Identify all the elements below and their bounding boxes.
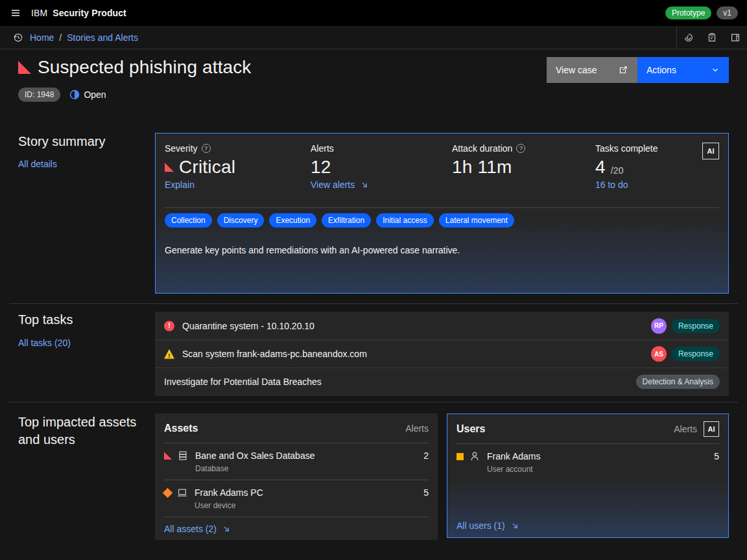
- error-status-icon: [164, 321, 174, 331]
- task-category-tag: Response: [672, 347, 720, 361]
- all-users-link[interactable]: All users (1): [456, 520, 519, 531]
- menu-icon[interactable]: [0, 0, 31, 26]
- attack-duration-value: 1h 11m: [452, 157, 512, 178]
- major-severity-icon: [163, 487, 173, 498]
- asset-row[interactable]: Frank Adams PC User device 5: [164, 480, 429, 516]
- task-title: Scan system frank-adams-pc.baneandox.com: [182, 349, 367, 359]
- critical-severity-icon: [18, 61, 31, 74]
- assets-card-header: Assets Alerts: [164, 414, 429, 443]
- breadcrumb-stories-and-alerts[interactable]: Stories and Alerts: [67, 32, 138, 43]
- tasks-complete-total: /20: [611, 165, 624, 176]
- laptop-icon: [176, 487, 188, 498]
- warning-status-icon: [164, 349, 174, 359]
- prototype-badge: Prototype: [665, 6, 711, 19]
- alerts-value: 12: [311, 157, 331, 178]
- card-divider: [165, 207, 719, 208]
- all-users-label: All users (1): [456, 520, 505, 531]
- ai-assistant-icon[interactable]: [677, 26, 700, 49]
- users-card-header: Users Alerts AI: [456, 414, 719, 444]
- breadcrumb-bar: Home / Stories and Alerts: [0, 26, 747, 49]
- alerts-column-label: Alerts: [674, 424, 697, 434]
- asset-type: Database: [195, 464, 314, 473]
- tag-execution[interactable]: Execution: [269, 213, 316, 228]
- alerts-column-label: Alerts: [405, 423, 429, 434]
- impacted-aside: Top impacted assets and users: [0, 402, 155, 449]
- asset-row[interactable]: Bane and Ox Sales Database Database 2: [164, 443, 429, 480]
- tag-lateral-movement[interactable]: Lateral movement: [439, 213, 514, 228]
- actions-button[interactable]: Actions: [637, 57, 729, 83]
- story-summary-aside: Story summary All details: [0, 117, 155, 170]
- breadcrumb-actions: [676, 26, 747, 49]
- header-badges: Prototype v1: [665, 6, 747, 19]
- app-window: IBM Security Product Prototype v1 Home /…: [0, 0, 747, 560]
- tasks-todo-link[interactable]: 16 to do: [595, 180, 628, 190]
- tasks-complete-label: Tasks complete: [595, 143, 658, 154]
- assets-title: Assets: [164, 423, 198, 434]
- all-assets-label: All assets (2): [164, 524, 217, 534]
- user-row[interactable]: Frank Adams User account 5: [456, 444, 719, 480]
- tag-initial-access[interactable]: Initial access: [376, 213, 434, 228]
- medium-severity-icon: [456, 453, 464, 460]
- severity-value: Critical: [179, 157, 235, 178]
- case-actions: View case Actions: [547, 57, 729, 83]
- side-panel-icon[interactable]: [724, 26, 747, 49]
- top-tasks-card: Quarantine system - 10.10.20.10 RP Respo…: [155, 312, 729, 396]
- metric-alerts: Alerts 12 View alerts: [311, 143, 452, 191]
- breadcrumb-home[interactable]: Home: [30, 32, 54, 43]
- top-tasks-heading: Top tasks: [18, 312, 155, 327]
- status-label: Open: [84, 89, 106, 100]
- all-tasks-link[interactable]: All tasks (20): [18, 338, 71, 348]
- help-icon[interactable]: [516, 144, 525, 153]
- tasks-complete-value: 4: [595, 157, 606, 178]
- arrow-down-right-icon: [360, 180, 369, 189]
- notes-clipboard-icon[interactable]: [700, 26, 724, 49]
- open-status-icon: [69, 89, 80, 100]
- view-case-button[interactable]: View case: [547, 57, 637, 83]
- task-title: Quarantine system - 10.10.20.10: [182, 321, 314, 331]
- tactic-tags: Collection Discovery Execution Exfiltrat…: [165, 213, 719, 228]
- assignee-avatar[interactable]: AS: [651, 346, 667, 362]
- app-title: IBM Security Product: [31, 8, 126, 18]
- launch-icon: [618, 65, 628, 75]
- users-title: Users: [456, 423, 485, 435]
- ai-narrative-text: Generate key points and remediations wit…: [165, 245, 719, 255]
- arrow-down-right-icon: [222, 524, 231, 533]
- case-meta-row: ID: 1948 Open: [18, 88, 106, 102]
- assignee-avatar[interactable]: RP: [651, 318, 667, 334]
- tag-exfiltration[interactable]: Exfiltration: [322, 213, 371, 228]
- all-assets-link[interactable]: All assets (2): [164, 524, 231, 534]
- critical-severity-icon: [164, 452, 172, 460]
- recently-viewed-icon[interactable]: [6, 26, 30, 49]
- version-badge: v1: [717, 6, 738, 19]
- chevron-down-icon: [711, 65, 720, 75]
- user-type: User account: [487, 465, 540, 474]
- task-category-tag: Detection & Analysis: [636, 375, 720, 389]
- metric-attack-duration: Attack duration 1h 11m: [452, 143, 595, 191]
- page-title: Suspected phishing attack: [38, 57, 251, 78]
- all-details-link[interactable]: All details: [18, 159, 57, 169]
- database-icon: [177, 450, 189, 461]
- task-row[interactable]: Investigate for Potential Data Breaches …: [155, 368, 729, 395]
- severity-label: Severity: [165, 143, 198, 154]
- ai-badge[interactable]: AI: [702, 143, 719, 159]
- asset-type: User device: [195, 501, 263, 510]
- case-id-badge: ID: 1948: [18, 88, 60, 102]
- arrow-down-right-icon: [510, 521, 519, 530]
- tag-collection[interactable]: Collection: [165, 213, 212, 228]
- help-icon[interactable]: [202, 144, 211, 153]
- asset-alert-count: 2: [423, 449, 429, 462]
- brand-prefix: IBM: [31, 8, 47, 18]
- metric-severity: Severity Critical Explain: [165, 143, 311, 191]
- asset-name: Frank Adams PC: [195, 486, 263, 499]
- ai-badge[interactable]: AI: [704, 421, 719, 437]
- explain-link[interactable]: Explain: [165, 180, 195, 190]
- users-card-footer: All users (1): [456, 514, 719, 537]
- case-title-row: Suspected phishing attack: [18, 57, 251, 78]
- view-alerts-link[interactable]: View alerts: [311, 180, 369, 190]
- view-alerts-label: View alerts: [311, 180, 355, 190]
- metric-tasks-complete: Tasks complete 4 /20 16 to do: [595, 143, 702, 191]
- story-summary-heading: Story summary: [18, 134, 155, 149]
- task-row[interactable]: Scan system frank-adams-pc.baneandox.com…: [155, 340, 729, 368]
- tag-discovery[interactable]: Discovery: [217, 213, 265, 228]
- task-row[interactable]: Quarantine system - 10.10.20.10 RP Respo…: [155, 312, 729, 340]
